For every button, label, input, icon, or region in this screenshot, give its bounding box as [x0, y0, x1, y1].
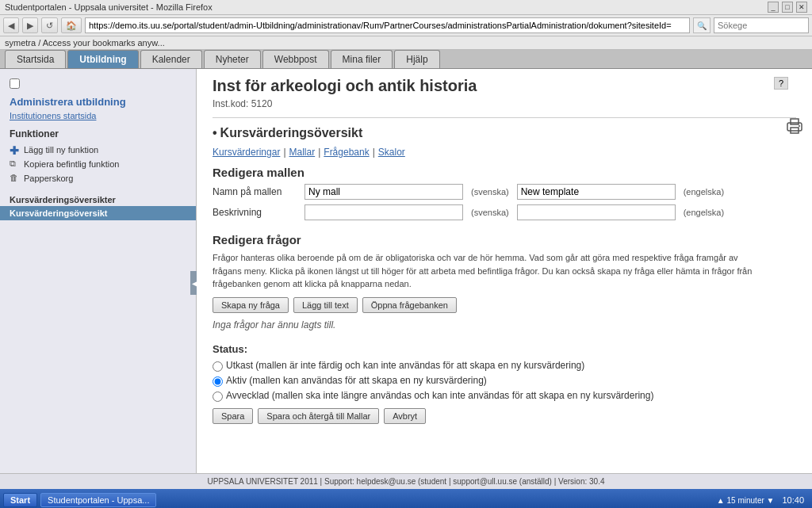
tab-nyheter[interactable]: Nyheter: [204, 50, 261, 68]
info-text: Frågor hanteras olika beroende på om de …: [213, 251, 768, 291]
content-area: ? Inst för arkeologi och antik historia …: [197, 69, 812, 473]
name-en-input[interactable]: [517, 184, 676, 200]
lang-sv-label: (svenska): [468, 187, 512, 197]
name-row: Namn på mallen (svenska) (engelska): [213, 184, 796, 200]
sidebar-item-label: Papperskorg: [24, 174, 73, 183]
taskbar-tray: ▲ 15 minuter ▼: [717, 496, 775, 505]
edit-questions-section: Redigera frågor Frågor hanteras olika be…: [213, 233, 796, 330]
edit-template-title: Redigera mallen: [213, 166, 796, 179]
reload-button[interactable]: ↺: [41, 17, 58, 33]
maximize-button[interactable]: □: [782, 2, 793, 13]
tab-startsida[interactable]: Startsida: [5, 50, 66, 68]
radio-aktiv-input[interactable]: [213, 376, 223, 387]
page-title: Inst för arkeologi och antik historia: [213, 77, 796, 95]
radio-avvecklad[interactable]: Avvecklad (mallen ska inte längre använd…: [213, 390, 796, 402]
radio-utkast-input[interactable]: [213, 361, 223, 372]
back-button[interactable]: ◀: [3, 17, 19, 33]
sidebar-item-label: Lägg till ny funktion: [24, 145, 98, 155]
desc-lang-en: (engelska): [680, 208, 727, 217]
print-button[interactable]: [785, 116, 804, 138]
sidebar-link-start[interactable]: Institutionens startsida: [0, 109, 196, 122]
breadcrumb-skalor[interactable]: Skalor: [378, 147, 405, 158]
new-question-button[interactable]: Skapa ny fråga: [213, 297, 289, 313]
radio-avvecklad-input[interactable]: [213, 392, 223, 402]
status-section: Status: Utkast (mallen är inte färdig oc…: [213, 343, 796, 424]
radio-utkast[interactable]: Utkast (mallen är inte färdig och kan in…: [213, 360, 796, 372]
browser-toolbar: ◀ ▶ ↺ 🏠 🔍: [0, 15, 812, 36]
save-buttons: Spara Spara och återgå till Mallar Avbry…: [213, 408, 796, 424]
radio-utkast-label: Utkast (mallen är inte färdig och kan in…: [226, 360, 584, 371]
breadcrumb-mallar[interactable]: Mallar: [289, 147, 316, 158]
radio-avvecklad-label: Avvecklad (mallen ska inte längre använd…: [226, 390, 653, 401]
bookmark-item[interactable]: symetra / Access your bookmarks anyw...: [5, 38, 165, 48]
add-text-button[interactable]: Lägg till text: [293, 297, 358, 313]
sidebar-section-label: Funktioner: [0, 122, 196, 143]
name-label: Namn på mallen: [213, 186, 300, 197]
browser-title: Studentportalen - Uppsala universitet - …: [5, 2, 213, 12]
save-button[interactable]: Spara: [213, 408, 253, 424]
desc-label: Beskrivning: [213, 207, 300, 218]
desc-lang-sv: (svenska): [468, 208, 512, 217]
forward-button[interactable]: ▶: [22, 17, 38, 33]
plus-icon: ✚: [10, 144, 21, 155]
main-nav: Startsida Utbildning Kalender Nyheter We…: [0, 50, 812, 69]
breadcrumb-fragebank[interactable]: Frågebank: [324, 147, 369, 158]
browser-search-input[interactable]: [714, 17, 809, 33]
bookmarks-bar: symetra / Access your bookmarks anyw...: [0, 36, 812, 50]
sidebar: Administrera utbildning Institutionens s…: [0, 69, 197, 473]
copy-icon: ⧉: [10, 159, 21, 170]
edit-template-section: Redigera mallen Namn på mallen (svenska)…: [213, 166, 796, 220]
breadcrumb: Kursvärderingar | Mallar | Frågebank | S…: [213, 147, 796, 158]
sidebar-title: Administrera utbildning: [0, 93, 196, 109]
save-go-templates-button[interactable]: Spara och återgå till Mallar: [258, 408, 379, 424]
inst-code: Inst.kod: 5120: [213, 98, 796, 109]
desc-sv-input[interactable]: [304, 204, 463, 220]
open-bank-button[interactable]: Öppna frågebanken: [362, 297, 457, 313]
taskbar: Start Studentportalen - Uppsa... ▲ 15 mi…: [0, 489, 812, 508]
radio-aktiv-label: Aktiv (mallen kan användas för att skapa…: [226, 375, 487, 386]
home-button[interactable]: 🏠: [61, 17, 82, 33]
svg-rect-2: [791, 119, 799, 124]
trash-icon: 🗑: [10, 173, 21, 184]
sidebar-checkbox[interactable]: [10, 78, 20, 89]
start-button[interactable]: Start: [3, 493, 37, 507]
tab-kalender[interactable]: Kalender: [140, 50, 202, 68]
no-questions-text: Inga frågor har ännu lagts till.: [213, 319, 796, 330]
minimize-button[interactable]: _: [768, 2, 779, 13]
title-bar: Studentportalen - Uppsala universitet - …: [0, 0, 812, 15]
sidebar-item-trash[interactable]: 🗑 Papperskorg: [0, 171, 196, 185]
status-title: Status:: [213, 343, 796, 355]
svg-point-3: [799, 125, 800, 127]
tab-hjalp[interactable]: Hjälp: [394, 50, 439, 68]
search-icon: 🔍: [693, 17, 710, 33]
address-bar[interactable]: [85, 17, 690, 33]
help-icon[interactable]: ?: [774, 77, 788, 90]
divider: [213, 117, 796, 118]
name-sv-input[interactable]: [304, 184, 463, 200]
window-controls[interactable]: _ □ ✕: [768, 2, 807, 13]
lang-en-label: (engelska): [680, 187, 727, 197]
page-footer: UPPSALA UNIVERSITET 2011 | Support: help…: [0, 473, 812, 489]
tab-utbildning[interactable]: Utbildning: [67, 50, 138, 68]
footer-text: UPPSALA UNIVERSITET 2011 | Support: help…: [208, 477, 605, 486]
taskbar-time: 10:40: [777, 495, 809, 505]
sidebar-item-add[interactable]: ✚ Lägg till ny funktion: [0, 143, 196, 157]
edit-questions-title: Redigera frågor: [213, 233, 796, 246]
sidebar-item-label: Kopiera befintlig funktion: [24, 159, 119, 169]
desc-en-input[interactable]: [517, 204, 676, 220]
cancel-button[interactable]: Avbryt: [384, 408, 426, 424]
desc-row: Beskrivning (svenska) (engelska): [213, 204, 796, 220]
section-heading-overview: Kursvärderingsöversikt: [213, 126, 796, 140]
sidebar-group-label: Kursvärderingsöversikter: [0, 193, 196, 206]
question-buttons: Skapa ny fråga Lägg till text Öppna fråg…: [213, 297, 796, 313]
radio-aktiv[interactable]: Aktiv (mallen kan användas för att skapa…: [213, 375, 796, 387]
tab-mina-filer[interactable]: Mina filer: [331, 50, 393, 68]
breadcrumb-kursvarderingar[interactable]: Kursvärderingar: [213, 147, 280, 158]
taskbar-app-item[interactable]: Studentportalen - Uppsa...: [40, 493, 156, 507]
tab-webbpost[interactable]: Webbpost: [262, 50, 329, 68]
close-button[interactable]: ✕: [796, 2, 807, 13]
sidebar-item-copy[interactable]: ⧉ Kopiera befintlig funktion: [0, 157, 196, 171]
radio-group: Utkast (mallen är inte färdig och kan in…: [213, 360, 796, 402]
sidebar-active-item[interactable]: Kursvärderingsöversikt: [0, 206, 196, 220]
